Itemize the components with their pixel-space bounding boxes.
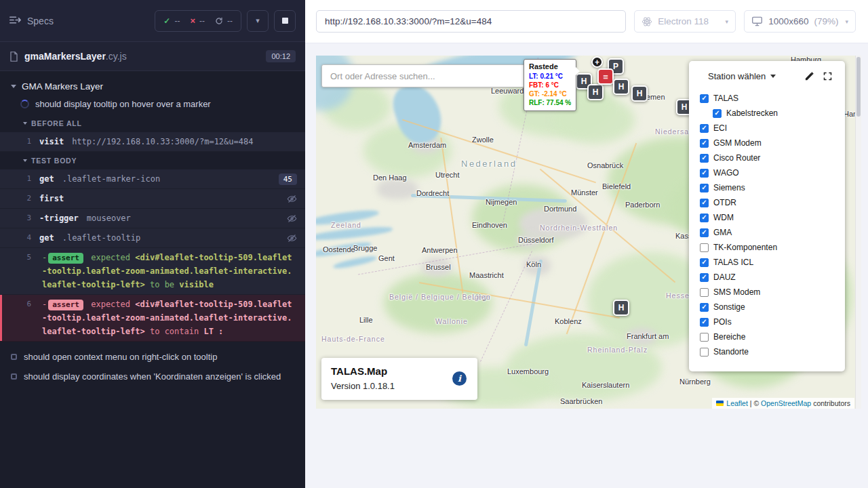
viewport-selector[interactable]: 1000x660 (79%) ▾: [744, 10, 856, 33]
layer-checkbox-row[interactable]: Kabelstrecken: [700, 106, 834, 121]
checkbox[interactable]: [700, 258, 709, 267]
checkbox[interactable]: [700, 214, 709, 222]
map-label: Köln: [526, 260, 541, 268]
checkbox[interactable]: [700, 199, 709, 207]
test-stats: ✓ -- × -- --: [155, 10, 241, 32]
command-row-assert-failed[interactable]: 6 -assert expected <div#leaflet-tooltip-…: [0, 295, 305, 342]
map-label: Münster: [571, 188, 598, 197]
map-marker[interactable]: H: [613, 79, 629, 95]
map-label: Nürnberg: [679, 378, 711, 386]
map-marker[interactable]: H: [613, 300, 629, 316]
checkbox[interactable]: [700, 124, 709, 133]
checkbox[interactable]: [700, 303, 709, 312]
layer-checkbox-row[interactable]: WAGO: [700, 165, 834, 180]
specs-button[interactable]: Specs: [9, 16, 54, 26]
marker-glyph: P: [613, 62, 618, 71]
test-item-active[interactable]: should display tooltip on hover over a m…: [0, 96, 305, 115]
checkbox[interactable]: [700, 288, 709, 297]
command-row-first[interactable]: 2 first: [0, 189, 305, 209]
chevron-down-icon[interactable]: [770, 75, 776, 78]
reporter-topbar: Specs ✓ -- × -- --: [0, 0, 305, 42]
layer-checkbox-row[interactable]: Sonstige: [700, 300, 834, 314]
layer-checkbox-row[interactable]: TALAS: [700, 91, 834, 106]
spec-name: gmaMarkersLayer.cy.js: [24, 51, 127, 62]
checkbox[interactable]: [700, 154, 709, 163]
suite-title-row[interactable]: GMA Markers Layer: [0, 77, 305, 96]
checkbox[interactable]: [713, 109, 722, 118]
checkbox[interactable]: [700, 273, 709, 282]
section-before-all[interactable]: BEFORE ALL: [0, 115, 305, 132]
section-test-body[interactable]: TEST BODY: [0, 152, 305, 169]
layer-checkbox-row[interactable]: GSM Modem: [700, 136, 834, 150]
openstreetmap-link[interactable]: OpenStreetMap: [761, 399, 811, 407]
layer-checkbox-row[interactable]: Bereiche: [700, 329, 834, 344]
layer-checkbox-row[interactable]: POIs: [700, 314, 834, 329]
checkbox[interactable]: [700, 94, 709, 103]
command-number: 3: [0, 211, 39, 225]
command-name: -trigger: [39, 211, 79, 225]
test-item-pending[interactable]: should open context menu on right-click …: [0, 347, 305, 367]
map-label: Oostende: [323, 245, 355, 253]
checkbox[interactable]: [700, 184, 709, 192]
info-icon[interactable]: i: [452, 371, 467, 386]
map-marker[interactable]: ≡: [597, 68, 614, 85]
layer-checkbox-row[interactable]: Siemens: [700, 180, 834, 195]
layer-checkbox-row[interactable]: DAUZ: [700, 270, 834, 285]
layer-checkbox-row[interactable]: OTDR: [700, 195, 834, 210]
vertical-scrollbar[interactable]: [855, 56, 861, 409]
checkbox[interactable]: [700, 169, 709, 178]
stop-button[interactable]: [274, 10, 296, 32]
test-title: should display coordinates when 'Koordin…: [24, 371, 281, 382]
command-number: 1: [0, 135, 39, 148]
layer-label: OTDR: [713, 198, 736, 207]
map-marker[interactable]: H: [631, 85, 648, 102]
layer-checkbox-row[interactable]: Cisco Router: [700, 150, 834, 165]
url-input[interactable]: [316, 10, 626, 33]
layer-checkbox-row[interactable]: TALAS ICL: [700, 255, 834, 270]
command-row-get-tooltip[interactable]: 4 get .leaflet-tooltip: [0, 228, 305, 248]
command-name: get: [39, 172, 54, 186]
checkbox[interactable]: [700, 333, 709, 342]
map-label: Nordrhein-Westfalen: [540, 224, 618, 232]
command-row-trigger[interactable]: 3 -trigger mouseover: [0, 209, 305, 228]
layer-checkbox-row[interactable]: ECI: [700, 121, 834, 136]
element-count-badge: 45: [279, 174, 297, 185]
collapse-tests-button[interactable]: ▾: [247, 10, 269, 32]
stat-pending: --: [215, 16, 233, 26]
tooltip-measurement: GT: -2.14 °C: [529, 89, 571, 98]
map-marker[interactable]: +: [591, 56, 603, 68]
checkbox[interactable]: [700, 228, 709, 237]
layer-checkbox-row[interactable]: SMS Modem: [700, 285, 834, 300]
command-row-get-marker[interactable]: 1 get .leaflet-marker-icon 45: [0, 169, 305, 189]
checkbox[interactable]: [700, 139, 709, 148]
layer-checkbox-row[interactable]: TK-Komponenten: [700, 240, 834, 255]
map-label: Lille: [359, 316, 373, 324]
leaflet-tooltip[interactable]: Rastede LT: 0.21 °C FBT: 6 °C GT: -2.14 …: [524, 59, 576, 111]
assert-text: to be: [150, 280, 174, 289]
layer-checkbox-row[interactable]: Standorte: [700, 344, 834, 359]
test-running-spinner-icon: [20, 100, 29, 108]
layer-checkbox-row[interactable]: GMA: [700, 225, 834, 240]
edit-pencil-icon[interactable]: [804, 71, 814, 81]
leaflet-map[interactable]: Leeuwarden Groningen Zwolle Amsterdam De…: [316, 56, 861, 409]
browser-selector[interactable]: Electron 118 ▾: [634, 10, 736, 33]
layer-checkbox-row[interactable]: WDM: [700, 210, 834, 225]
command-row-assert-passed[interactable]: 5 -assert expected <div#leaflet-tooltip-…: [0, 248, 305, 295]
assert-badge: assert: [48, 253, 83, 264]
station-select-dropdown[interactable]: Station wählen: [708, 71, 766, 81]
checkbox[interactable]: [700, 318, 709, 327]
section-label-text: BEFORE ALL: [31, 119, 82, 127]
checkbox[interactable]: [700, 243, 709, 252]
map-marker[interactable]: H: [587, 84, 604, 100]
aut-panel: Electron 118 ▾ 1000x660 (79%) ▾: [305, 0, 868, 488]
map-label: Düsseldorf: [518, 236, 554, 244]
scrollbar-thumb[interactable]: [856, 57, 861, 117]
spec-timer: 00:12: [266, 50, 296, 62]
test-item-pending[interactable]: should display coordinates when 'Koordin…: [0, 367, 305, 386]
leaflet-link[interactable]: Leaflet: [726, 399, 748, 407]
checkbox[interactable]: [700, 348, 709, 357]
command-row-visit[interactable]: 1 visit http://192.168.10.33:3000/?m=12&…: [0, 132, 305, 152]
fullscreen-expand-icon[interactable]: [823, 71, 833, 81]
command-name: first: [39, 192, 64, 205]
address-search-input[interactable]: [321, 64, 547, 87]
